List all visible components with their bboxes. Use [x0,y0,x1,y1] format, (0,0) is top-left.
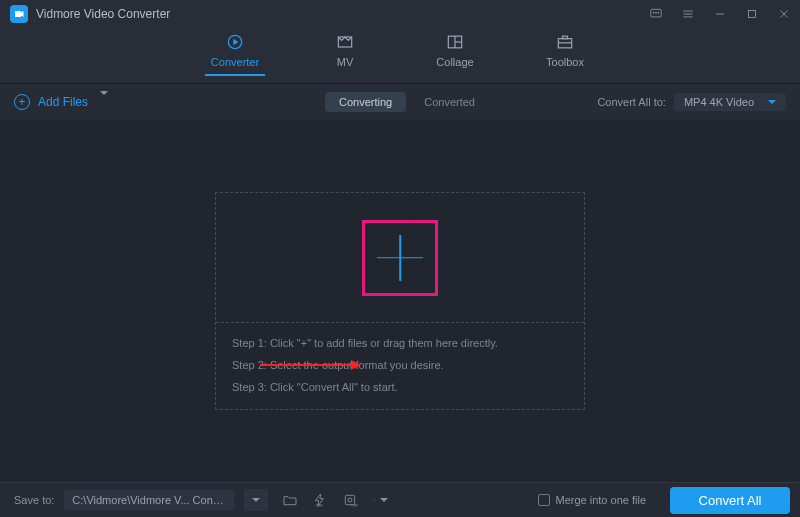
bottom-bar: Save to: C:\Vidmore\Vidmore V... Convert… [0,482,800,517]
add-files-button[interactable]: Add Files [14,94,108,110]
tab-toolbox[interactable]: Toolbox [535,32,595,76]
toolbox-icon [555,32,575,52]
tab-mv[interactable]: MV [315,32,375,76]
converter-icon [225,32,245,52]
chevron-down-icon [380,498,388,502]
convert-all-button[interactable]: Convert All [670,487,790,514]
add-file-plus-icon[interactable] [377,235,423,281]
main-tabs: Converter MV Collage Toolbox [0,28,800,84]
mv-icon [335,32,355,52]
checkbox-box [538,494,550,506]
main-area: Step 1: Click "+" to add files or drag t… [0,120,800,482]
feedback-icon[interactable] [648,6,664,22]
plus-circle-icon [14,94,30,110]
view-toggle: Converting Converted [325,92,475,112]
app-title: Vidmore Video Converter [36,7,648,21]
tab-collage[interactable]: Collage [425,32,485,76]
instruction-step: Step 3: Click "Convert All" to start. [232,381,568,393]
titlebar: Vidmore Video Converter [0,0,800,28]
save-path-dropdown[interactable] [244,489,268,511]
tab-label: Converter [211,56,259,68]
convert-all-to-label: Convert All to: [597,96,665,108]
instruction-step: Step 1: Click "+" to add files or drag t… [232,337,568,349]
drop-zone[interactable] [216,193,584,323]
svg-point-3 [658,12,659,13]
svg-point-1 [653,12,654,13]
merge-label: Merge into one file [556,494,647,506]
minimize-button[interactable] [712,6,728,22]
chevron-down-icon [252,498,260,502]
annotation-highlight-box [362,220,438,296]
annotation-arrow [260,364,360,366]
hardware-accel-icon[interactable]: OFF [312,492,328,508]
converting-toggle[interactable]: Converting [325,92,406,112]
save-path-field[interactable]: C:\Vidmore\Vidmore V... Converter\Conver… [64,490,234,510]
svg-point-2 [656,12,657,13]
tab-label: Collage [436,56,473,68]
chevron-down-icon [768,100,776,104]
app-logo [10,5,28,23]
settings-dropdown[interactable] [372,492,388,508]
svg-rect-17 [563,36,568,39]
chevron-down-icon [100,95,108,109]
menu-icon[interactable] [680,6,696,22]
svg-point-23 [374,500,375,501]
svg-text:OFF: OFF [352,504,359,508]
svg-rect-8 [749,11,756,18]
collage-icon [445,32,465,52]
format-selected-value: MP4 4K Video [684,96,754,108]
close-button[interactable] [776,6,792,22]
tab-converter[interactable]: Converter [205,32,265,76]
high-speed-icon[interactable]: OFF [342,492,358,508]
svg-point-21 [348,498,352,502]
converted-toggle[interactable]: Converted [424,96,475,108]
tab-label: Toolbox [546,56,584,68]
drop-instructions: Step 1: Click "+" to add files or drag t… [216,323,584,409]
save-to-label: Save to: [14,494,54,506]
open-folder-icon[interactable] [282,492,298,508]
maximize-button[interactable] [744,6,760,22]
merge-checkbox[interactable]: Merge into one file [538,494,647,506]
secondary-toolbar: Add Files Converting Converted Convert A… [0,84,800,120]
add-files-label: Add Files [38,95,88,109]
svg-text:OFF: OFF [316,504,323,508]
output-format-select[interactable]: MP4 4K Video [674,93,786,111]
tab-label: MV [337,56,354,68]
drop-panel: Step 1: Click "+" to add files or drag t… [215,192,585,410]
